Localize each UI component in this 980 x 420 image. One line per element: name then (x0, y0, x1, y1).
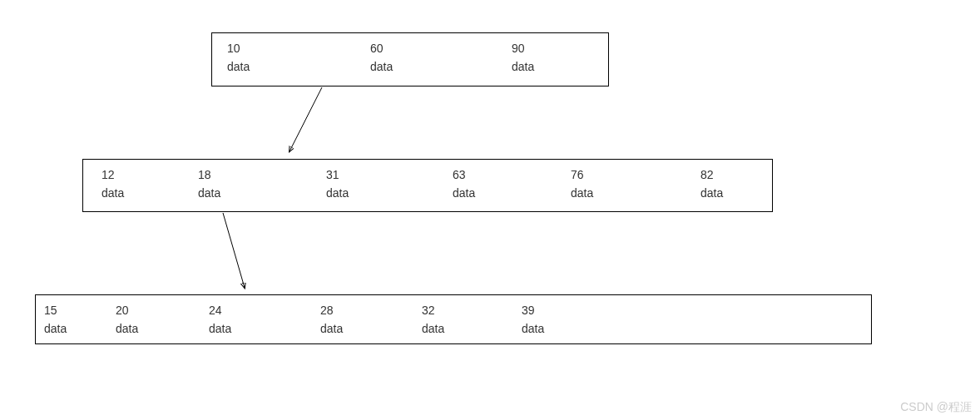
node-data: data (101, 186, 124, 200)
node-data: data (422, 322, 444, 335)
node-cell: 60data (370, 42, 393, 73)
node-key: 90 (512, 42, 534, 55)
node-cell: 15data (44, 304, 67, 335)
node-data: data (522, 322, 544, 335)
node-cell: 18data (198, 168, 220, 200)
node-data: data (227, 60, 250, 73)
node-key: 10 (227, 42, 250, 55)
node-cell: 63data (453, 168, 475, 200)
node-cell: 10data (227, 42, 250, 73)
arrow-line-0 (290, 87, 322, 151)
node-data: data (571, 186, 593, 200)
node-data: data (453, 186, 475, 200)
node-box-level-2: 12data18data31data63data76data82data (82, 159, 773, 212)
node-data: data (370, 60, 393, 73)
node-data: data (209, 322, 231, 335)
node-cell: 31data (326, 168, 349, 200)
node-data: data (320, 322, 343, 335)
node-cell: 20data (116, 304, 138, 335)
node-key: 20 (116, 304, 138, 317)
node-key: 12 (101, 168, 124, 181)
node-key: 28 (320, 304, 343, 317)
node-key: 60 (370, 42, 393, 55)
node-key: 18 (198, 168, 220, 181)
node-key: 82 (700, 168, 723, 181)
node-key: 63 (453, 168, 475, 181)
node-cell: 24data (209, 304, 231, 335)
node-data: data (44, 322, 67, 335)
node-box-level-3: 15data20data24data28data32data39data (35, 294, 872, 344)
node-key: 76 (571, 168, 593, 181)
node-cell: 32data (422, 304, 444, 335)
node-box-level-1: 10data60data90data (211, 32, 609, 86)
node-key: 32 (422, 304, 444, 317)
node-data: data (512, 60, 534, 73)
node-data: data (700, 186, 723, 200)
node-cell: 12data (101, 168, 124, 200)
node-cell: 90data (512, 42, 534, 73)
arrow-line-1 (223, 213, 245, 288)
node-key: 15 (44, 304, 67, 317)
node-cell: 76data (571, 168, 593, 200)
node-key: 24 (209, 304, 231, 317)
watermark: CSDN @程涯 (900, 400, 972, 415)
node-cell: 82data (700, 168, 723, 200)
node-data: data (116, 322, 138, 335)
node-cell: 28data (320, 304, 343, 335)
node-data: data (198, 186, 220, 200)
node-data: data (326, 186, 349, 200)
node-cell: 39data (522, 304, 544, 335)
node-key: 39 (522, 304, 544, 317)
node-key: 31 (326, 168, 349, 181)
